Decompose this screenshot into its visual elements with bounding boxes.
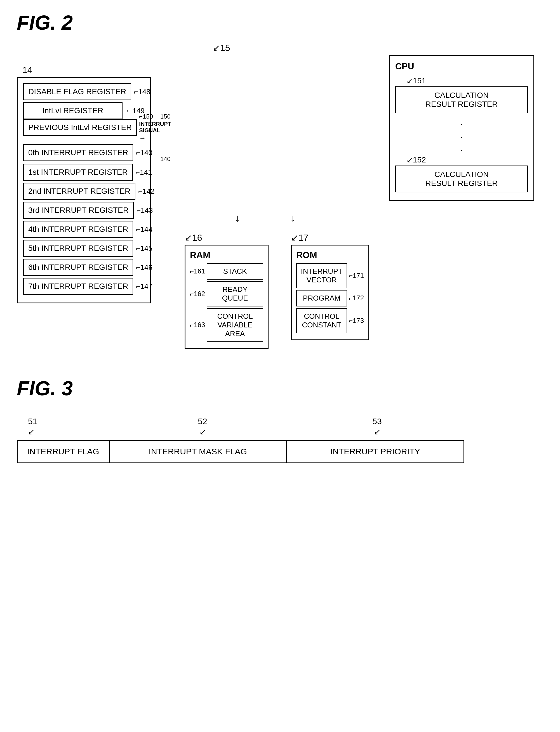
block16-ref: 16 [192, 233, 202, 243]
ram-item-2: CONTROLVARIABLEAREA [207, 308, 263, 342]
fig3-cell-0: INTERRUPT FLAG [18, 441, 110, 462]
right-col: ↙15 CPU ↙151 CALCULATIONRESULT REGISTER … [162, 43, 534, 349]
reg-row-4: 1st INTERRUPT REGISTER ⌐141 [23, 164, 145, 181]
block-14: DISABLE FLAG REGISTER ⌐148 IntLvl REGIST… [17, 77, 151, 304]
calc-reg-0: CALCULATIONRESULT REGISTER [395, 86, 528, 113]
rom-item-2: CONTROLCONSTANT [296, 308, 347, 333]
reg-label-9: 6th INTERRUPT REGISTER [23, 259, 133, 276]
reg-row-6: 3rd INTERRUPT REGISTER ⌐143 [23, 202, 145, 219]
fig3-title: FIG. 3 [17, 377, 543, 400]
reg-label-7: 4th INTERRUPT REGISTER [23, 221, 133, 238]
fig2-inner: 14 DISABLE FLAG REGISTER ⌐148 IntLvl REG… [17, 43, 534, 349]
rom-item-1: PROGRAM [296, 290, 347, 307]
cpu-block: CPU ↙151 CALCULATIONRESULT REGISTER . . … [389, 55, 534, 201]
reg-row-9: 6th INTERRUPT REGISTER ⌐146 [23, 259, 145, 276]
fig3-col0-ref: 51 [28, 416, 37, 426]
reg-ref-10: ⌐147 [136, 282, 152, 291]
fig2-wrapper: 14 DISABLE FLAG REGISTER ⌐148 IntLvl REG… [17, 43, 534, 349]
reg-ref-5: ⌐142 [138, 187, 155, 196]
fig3-section: FIG. 3 51 ↙ 52 ↙ 53 ↙ INTERRUPT FLAG INT… [17, 377, 543, 463]
reg-row-8: 5th INTERRUPT REGISTER ⌐145 [23, 240, 145, 257]
bottom-blocks: ↙16 RAM ⌐161 STACK ⌐162 READY QUEUE [185, 232, 534, 349]
reg-row-0: DISABLE FLAG REGISTER ⌐148 [23, 83, 145, 100]
rom-title: ROM [296, 250, 364, 260]
ram-item-1: READY QUEUE [207, 281, 263, 307]
dots-3: . [395, 142, 528, 154]
fig3-col2-ref: 53 [372, 416, 382, 426]
reg-row-7: 4th INTERRUPT REGISTER ⌐144 [23, 221, 145, 238]
calc-reg-1: CALCULATIONRESULT REGISTER [395, 166, 528, 192]
reg-label-5: 2nd INTERRUPT REGISTER [23, 183, 135, 200]
rom-item-0: INTERRUPTVECTOR [296, 263, 347, 288]
reg-label-4: 1st INTERRUPT REGISTER [23, 164, 133, 181]
fig2-section: FIG. 2 14 DISABLE FLAG REGISTER ⌐148 Int… [17, 11, 543, 349]
fig3-table: INTERRUPT FLAG INTERRUPT MASK FLAG INTER… [17, 440, 464, 463]
reg-ref-7: ⌐144 [136, 225, 152, 234]
ram-block: RAM ⌐161 STACK ⌐162 READY QUEUE ⌐163 [185, 245, 269, 349]
block17-ref: 17 [298, 233, 309, 243]
dots-1: . [395, 116, 528, 128]
reg-ref-3: ⌐140 [136, 149, 152, 157]
block14-ref-label: 14 [22, 65, 32, 75]
fig2-title: FIG. 2 [17, 11, 543, 34]
ram-title: RAM [190, 250, 263, 260]
reg-ref-6: ⌐143 [137, 206, 153, 215]
reg-label-3: 0th INTERRUPT REGISTER [23, 144, 133, 161]
dots-2: . [395, 129, 528, 141]
fig3-col1-ref: 52 [198, 416, 207, 426]
calc-ref-151: 151 [413, 76, 426, 85]
reg-ref-4: ⌐141 [136, 168, 152, 177]
reg-label-0: DISABLE FLAG REGISTER [23, 83, 131, 100]
fig3-table-container: 51 ↙ 52 ↙ 53 ↙ INTERRUPT FLAG INTERRUPT … [17, 416, 543, 463]
rom-block: ROM INTERRUPTVECTOR ⌐171 PROGRAM ⌐172 CO… [291, 245, 369, 340]
reg-ref-0: ⌐148 [134, 88, 150, 96]
reg-label-8: 5th INTERRUPT REGISTER [23, 240, 133, 257]
reg-ref-9: ⌐146 [136, 263, 152, 272]
cpu-title: CPU [395, 61, 528, 72]
reg-row-3: 0th INTERRUPT REGISTER ⌐140 [23, 144, 145, 161]
reg-label-6: 3rd INTERRUPT REGISTER [23, 202, 134, 219]
block15-ref: 15 [220, 43, 230, 53]
reg-row-5: 2nd INTERRUPT REGISTER ⌐142 [23, 183, 145, 200]
reg-label-2: PREVIOUS IntLvl REGISTER [23, 119, 137, 136]
reg-label-10: 7th INTERRUPT REGISTER [23, 278, 133, 295]
fig3-cell-1: INTERRUPT MASK FLAG [110, 441, 287, 462]
reg-ref-8: ⌐145 [136, 244, 152, 253]
fig3-cell-2: INTERRUPT PRIORITY [287, 441, 463, 462]
calc-ref-152: 152 [413, 156, 426, 164]
left-col: 14 DISABLE FLAG REGISTER ⌐148 IntLvl REG… [17, 65, 162, 349]
reg-row-10: 7th INTERRUPT REGISTER ⌐147 [23, 278, 145, 295]
ram-item-0: STACK [207, 263, 263, 280]
